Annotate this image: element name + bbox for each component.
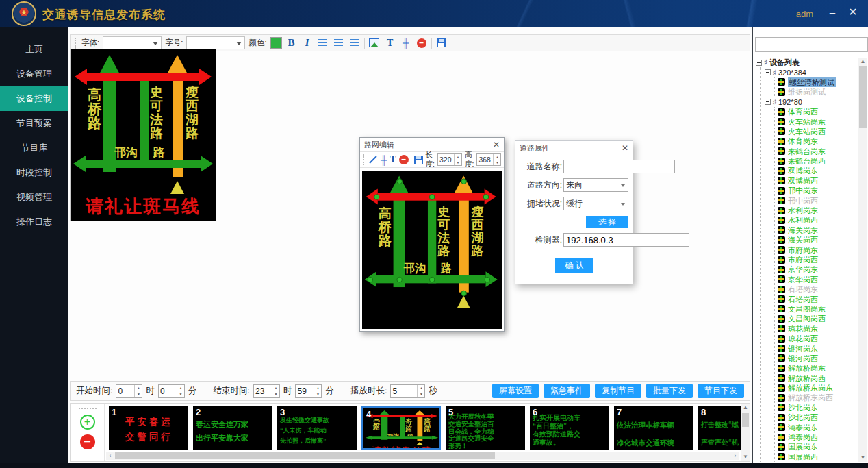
tree-device-水利岗西[interactable]: 水利岗西	[778, 215, 857, 225]
start-minute-value[interactable]: 0	[159, 385, 177, 397]
scroll-left-icon[interactable]: ‹	[106, 452, 114, 460]
tree-device-解放桥东岗西[interactable]: 解放桥东岗西	[778, 393, 857, 402]
node-handle[interactable]	[429, 276, 435, 282]
stepper-arrows[interactable]: ▲▼	[454, 154, 461, 165]
up-arrow-icon[interactable]: ▲	[177, 385, 184, 391]
tree-device-双博岗西[interactable]: 双博岗西	[778, 176, 857, 186]
action-button-复制节目[interactable]: 复制节目	[595, 384, 641, 398]
vertical-scrollbar[interactable]: ▲ ▼	[741, 404, 750, 461]
tree-device-国展岗东[interactable]: 国展岗东	[778, 442, 857, 452]
insert-text-button[interactable]: T	[384, 37, 396, 49]
align-right-button[interactable]	[348, 37, 361, 49]
size-select[interactable]	[186, 36, 245, 49]
node-handle[interactable]	[461, 290, 467, 296]
playlist-item-2[interactable]: 2春运安全连万家出行平安靠大家	[193, 406, 272, 450]
end-hour-value[interactable]: 23	[254, 385, 272, 397]
up-arrow-icon[interactable]: ▲	[418, 385, 424, 391]
stepper-arrows[interactable]: ▲▼	[417, 385, 424, 397]
tree-device-火车站岗西[interactable]: 火车站岗西	[778, 127, 857, 136]
text-button[interactable]: T	[390, 153, 396, 166]
toolbar-grip[interactable]	[79, 408, 97, 409]
detector-input[interactable]	[563, 233, 689, 247]
tree-scrollbar[interactable]: ▲ ▼	[858, 58, 867, 462]
tree-device-鸿泰岗东[interactable]: 鸿泰岗东	[778, 422, 857, 432]
toolbar-grip[interactable]	[75, 38, 77, 49]
tree-device-文昌阁岗西[interactable]: 文昌阁岗西	[778, 314, 857, 323]
length-value[interactable]: 320	[438, 154, 454, 165]
tree-device-市府岗东[interactable]: 市府岗东	[778, 245, 857, 254]
collapse-icon[interactable]	[756, 60, 762, 66]
bold-button[interactable]: B	[285, 37, 298, 49]
stepper-arrows[interactable]: ▲▼	[314, 385, 321, 397]
collapse-icon[interactable]	[765, 99, 771, 105]
tree-device-沙北岗东[interactable]: 沙北岗东	[778, 403, 857, 412]
start-hour-value[interactable]: 0	[116, 385, 134, 397]
down-arrow-icon[interactable]: ▼	[455, 160, 461, 165]
action-button-节目下发[interactable]: 节目下发	[698, 384, 744, 398]
sidebar-item-节目预案[interactable]: 节目预案	[0, 111, 68, 136]
dialog-titlebar[interactable]: 路网编辑 ✕	[360, 138, 504, 151]
node-handle[interactable]	[483, 194, 489, 200]
tree-device-市府岗西[interactable]: 市府岗西	[778, 255, 857, 264]
draw-line-button[interactable]	[368, 153, 378, 166]
sign-preview[interactable]: 高 桥 路史 可 法 路瘦 西 湖 路邗沟路请礼让斑马线	[71, 49, 216, 221]
action-button-屏幕设置[interactable]: 屏幕设置	[492, 384, 539, 398]
save-button[interactable]	[414, 153, 423, 166]
tree-device-双博岗东[interactable]: 双博岗东	[778, 166, 857, 175]
sidebar-item-视频管理[interactable]: 视频管理	[0, 185, 68, 210]
tree-device-京华岗西[interactable]: 京华岗西	[778, 275, 857, 284]
remove-program-button[interactable]: –	[80, 434, 95, 449]
dialog-titlebar[interactable]: 道路属性 ✕	[515, 141, 633, 155]
up-arrow-icon[interactable]: ▲	[314, 385, 321, 391]
height-value[interactable]: 368	[477, 154, 493, 165]
delete-button[interactable]: –	[416, 37, 428, 49]
device-search-input[interactable]	[755, 37, 868, 52]
tree-device-琼花岗西[interactable]: 琼花岗西	[778, 334, 857, 343]
node-handle[interactable]	[396, 178, 403, 184]
stepper-arrows[interactable]: ▲▼	[177, 385, 184, 397]
playlist-item-7[interactable]: 7依法治理非标车辆净化城市交通环境	[614, 406, 693, 450]
save-button[interactable]	[435, 37, 448, 49]
align-left-button[interactable]	[317, 37, 329, 49]
node-handle[interactable]	[429, 194, 435, 200]
editor-canvas[interactable]: 高 桥 路史 可 法 路瘦 西 湖 路邗沟路	[362, 171, 502, 329]
tree-device-来鹤台岗西[interactable]: 来鹤台岗西	[778, 156, 857, 166]
confirm-button[interactable]: 确 认	[555, 258, 593, 273]
duration-value[interactable]: 5	[391, 385, 417, 397]
node-handle[interactable]	[461, 178, 467, 184]
tree-device-琼花岗东[interactable]: 琼花岗东	[778, 324, 857, 334]
tree-device-体育岗东[interactable]: 体育岗东	[778, 136, 857, 146]
duration-stepper[interactable]: 5▲▼	[390, 384, 425, 398]
sidebar-item-操作日志[interactable]: 操作日志	[0, 210, 68, 234]
node-handle[interactable]	[396, 276, 403, 282]
length-stepper[interactable]: 320 ▲▼	[437, 153, 462, 166]
sidebar-item-设备管理[interactable]: 设备管理	[0, 62, 68, 86]
close-icon[interactable]: ✕	[622, 143, 628, 153]
playlist-item-5[interactable]: 5大力开展秋冬季交通安全整治百日会战，全力稳定道路交通安全形势！	[446, 406, 525, 450]
tree-root[interactable]: ♯设备列表	[756, 58, 857, 67]
tree-device-维扬岗测试[interactable]: 维扬岗测试	[778, 87, 857, 97]
toolbar-grip[interactable]	[363, 154, 364, 165]
tree-device-石塔岗西[interactable]: 石塔岗西	[778, 294, 857, 304]
tree-device-石塔岗东[interactable]: 石塔岗东	[778, 284, 857, 294]
scroll-down-icon[interactable]: ▼	[858, 454, 867, 462]
playlist-item-6[interactable]: 6扎实开展电动车“百日整治”，有效预防道路交通事故。	[530, 406, 609, 450]
down-arrow-icon[interactable]: ▼	[494, 160, 500, 165]
insert-image-button[interactable]	[368, 37, 381, 49]
tree-device-螺丝湾桥测试[interactable]: 螺丝湾桥测试	[778, 77, 857, 87]
sidebar-item-主页[interactable]: 主页	[0, 37, 68, 62]
tree-device-解放桥东岗东[interactable]: 解放桥东岗东	[778, 383, 857, 393]
up-arrow-icon[interactable]: ▲	[455, 154, 461, 160]
tree-device-鸿泰岗西[interactable]: 鸿泰岗西	[778, 432, 857, 442]
down-arrow-icon[interactable]: ▼	[272, 391, 279, 397]
up-arrow-icon[interactable]: ▲	[272, 385, 279, 391]
up-arrow-icon[interactable]: ▲	[494, 154, 500, 160]
tree-group-192*80[interactable]: ♯192*80	[765, 97, 857, 107]
tree-device-国展岗西[interactable]: 国展岗西	[778, 452, 857, 462]
start-hour-stepper[interactable]: 0▲▼	[116, 384, 142, 398]
tree-device-邗中岗西[interactable]: 邗中岗西	[778, 195, 857, 205]
color-swatch[interactable]	[270, 37, 282, 49]
height-stepper[interactable]: 368 ▲▼	[476, 153, 501, 166]
scroll-right-icon[interactable]: ›	[731, 452, 739, 460]
scroll-up-icon[interactable]: ▲	[741, 404, 750, 412]
